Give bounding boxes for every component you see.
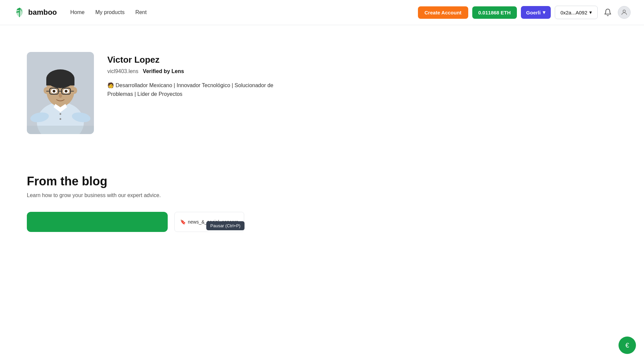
bell-icon xyxy=(604,8,612,16)
bio-emoji: 🧑 xyxy=(107,82,114,88)
svg-point-21 xyxy=(60,118,61,120)
eth-balance-button[interactable]: 0.011868 ETH xyxy=(472,6,517,19)
nav-my-products-link[interactable]: My products xyxy=(95,9,124,15)
profile-photo-svg xyxy=(27,52,94,134)
bio-text: Desarrollador Mexicano | Innovador Tecno… xyxy=(107,82,273,97)
svg-point-1 xyxy=(623,10,625,12)
svg-point-17 xyxy=(53,90,55,93)
main-content: Victor Lopez vicl9403.lens Verified by L… xyxy=(0,25,644,252)
logo-link[interactable]: bamboo xyxy=(13,6,57,18)
profile-name: Victor Lopez xyxy=(107,55,275,65)
user-avatar-button[interactable] xyxy=(618,6,631,19)
navbar-left: bamboo Home My products Rent xyxy=(13,6,147,18)
profile-info: Victor Lopez vicl9403.lens Verified by L… xyxy=(107,52,275,98)
wallet-address-label: 0x2a...A092 xyxy=(560,10,587,15)
blog-subtitle: Learn how to grow your business with our… xyxy=(27,192,617,198)
wallet-button[interactable]: 0x2a...A092 ▾ xyxy=(555,6,598,19)
profile-bio: 🧑 Desarrollador Mexicano | Innovador Tec… xyxy=(107,81,275,98)
svg-point-9 xyxy=(72,87,77,94)
svg-point-20 xyxy=(60,113,61,115)
blog-card-tag: 🔖 news_&_social_concern xyxy=(174,212,244,232)
nav-my-products[interactable]: My products xyxy=(95,9,124,15)
bamboo-logo-icon xyxy=(13,6,25,18)
user-icon xyxy=(621,9,628,16)
svg-point-8 xyxy=(44,87,49,94)
nav-links: Home My products Rent xyxy=(70,9,147,15)
profile-image xyxy=(27,52,94,134)
euro-icon: € xyxy=(625,342,629,349)
profile-lens-info: vicl9403.lens Verified by Lens xyxy=(107,68,275,74)
logo-text: bamboo xyxy=(28,8,57,17)
blog-section: From the blog Learn how to grow your bus… xyxy=(27,161,617,232)
nav-home-link[interactable]: Home xyxy=(70,9,85,15)
blog-cards-row: 🔖 news_&_social_concern xyxy=(27,212,617,232)
lens-handle: vicl9403.lens xyxy=(107,68,139,74)
nav-rent[interactable]: Rent xyxy=(135,9,147,15)
notifications-button[interactable] xyxy=(602,6,614,18)
svg-rect-7 xyxy=(46,79,74,85)
svg-rect-24 xyxy=(27,126,94,134)
tag-label: news_&_social_concern xyxy=(188,219,238,225)
chevron-down-icon: ▾ xyxy=(543,9,545,15)
blog-card-green[interactable] xyxy=(27,212,168,232)
create-account-button[interactable]: Create Account xyxy=(418,6,468,19)
network-label: Goerli xyxy=(526,10,541,15)
network-selector-button[interactable]: Goerli ▾ xyxy=(521,6,551,19)
navbar: bamboo Home My products Rent Create Acco… xyxy=(0,0,644,25)
nav-rent-link[interactable]: Rent xyxy=(135,9,147,15)
navbar-right: Create Account 0.011868 ETH Goerli ▾ 0x2… xyxy=(418,6,631,19)
verified-label: Verified by Lens xyxy=(143,68,184,74)
wallet-chevron-icon: ▾ xyxy=(589,9,592,15)
profile-section: Victor Lopez vicl9403.lens Verified by L… xyxy=(27,52,617,134)
nav-home[interactable]: Home xyxy=(70,9,85,15)
svg-point-18 xyxy=(65,90,67,93)
scroll-to-top-button[interactable]: € xyxy=(619,337,636,354)
tag-icon: 🔖 xyxy=(180,219,186,225)
svg-point-19 xyxy=(59,93,62,98)
blog-title: From the blog xyxy=(27,174,617,188)
